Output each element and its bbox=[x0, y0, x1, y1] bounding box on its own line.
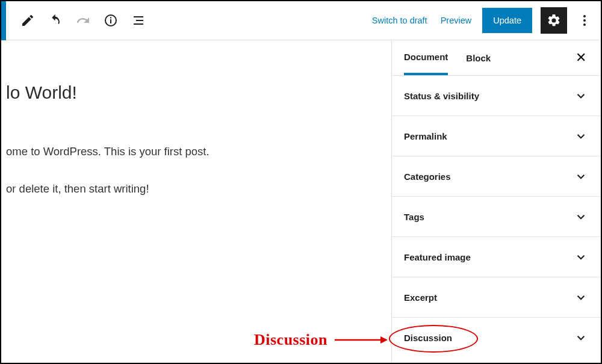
panel-label: Permalink bbox=[404, 131, 447, 141]
panel-label: Featured image bbox=[404, 252, 471, 262]
undo-icon[interactable] bbox=[43, 8, 67, 32]
right-tool-group: Switch to draft Preview Update bbox=[370, 7, 594, 34]
editor-content[interactable]: lo World! ome to WordPress. This is your… bbox=[1, 40, 391, 363]
panel-label: Categories bbox=[404, 171, 451, 182]
chevron-down-icon bbox=[573, 168, 589, 184]
panel-featured-image[interactable]: Featured image bbox=[392, 236, 601, 277]
panel-permalink[interactable]: Permalink bbox=[392, 116, 601, 156]
annotation-label: Discussion bbox=[254, 331, 327, 349]
redo-icon[interactable] bbox=[71, 8, 95, 32]
close-sidebar-button[interactable]: ✕ bbox=[573, 49, 589, 67]
left-tool-group bbox=[8, 1, 150, 40]
panel-excerpt[interactable]: Excerpt bbox=[392, 277, 601, 317]
edit-icon[interactable] bbox=[16, 8, 40, 32]
sidebar-tabs: Document Block ✕ bbox=[392, 40, 601, 75]
annotation-arrow-icon bbox=[334, 334, 388, 346]
panel-discussion[interactable]: Discussion bbox=[392, 317, 601, 357]
panel-label: Discussion bbox=[404, 333, 452, 343]
outline-icon[interactable] bbox=[126, 8, 150, 32]
top-toolbar: Switch to draft Preview Update bbox=[1, 1, 601, 40]
tab-block[interactable]: Block bbox=[466, 42, 491, 74]
svg-point-6 bbox=[583, 15, 586, 17]
svg-rect-4 bbox=[136, 20, 143, 21]
panel-label: Excerpt bbox=[404, 292, 437, 303]
post-paragraph-2[interactable]: or delete it, then start writing! bbox=[6, 182, 391, 196]
panel-tags[interactable]: Tags bbox=[392, 196, 601, 236]
svg-rect-3 bbox=[134, 16, 143, 17]
update-button[interactable]: Update bbox=[482, 8, 532, 33]
annotation-callout: Discussion bbox=[254, 331, 388, 349]
svg-rect-2 bbox=[110, 17, 111, 19]
post-title[interactable]: lo World! bbox=[6, 82, 391, 103]
info-icon[interactable] bbox=[99, 8, 123, 32]
more-options-button[interactable] bbox=[576, 7, 594, 34]
post-paragraph-1[interactable]: ome to WordPress. This is your first pos… bbox=[6, 145, 391, 158]
svg-rect-1 bbox=[110, 19, 111, 23]
svg-marker-10 bbox=[380, 336, 388, 344]
chevron-down-icon bbox=[573, 289, 589, 305]
gear-icon bbox=[547, 13, 561, 28]
chevron-down-icon bbox=[573, 209, 589, 224]
tab-document[interactable]: Document bbox=[404, 41, 448, 75]
chevron-down-icon bbox=[573, 249, 589, 265]
preview-link[interactable]: Preview bbox=[438, 11, 474, 30]
chevron-down-icon bbox=[573, 128, 589, 144]
panel-label: Status & visibility bbox=[404, 91, 479, 101]
editor-accent-bar bbox=[1, 1, 6, 40]
panel-status-visibility[interactable]: Status & visibility bbox=[392, 75, 601, 116]
settings-sidebar: Document Block ✕ Status & visibility Per… bbox=[391, 40, 601, 363]
svg-point-7 bbox=[583, 19, 586, 22]
svg-point-8 bbox=[583, 23, 586, 26]
chevron-down-icon bbox=[573, 88, 589, 103]
chevron-down-icon bbox=[573, 330, 589, 345]
switch-to-draft-link[interactable]: Switch to draft bbox=[370, 11, 430, 30]
settings-button[interactable] bbox=[541, 7, 567, 34]
panel-categories[interactable]: Categories bbox=[392, 156, 601, 196]
more-vertical-icon bbox=[577, 13, 592, 28]
panel-label: Tags bbox=[404, 212, 424, 222]
svg-rect-5 bbox=[134, 23, 143, 25]
